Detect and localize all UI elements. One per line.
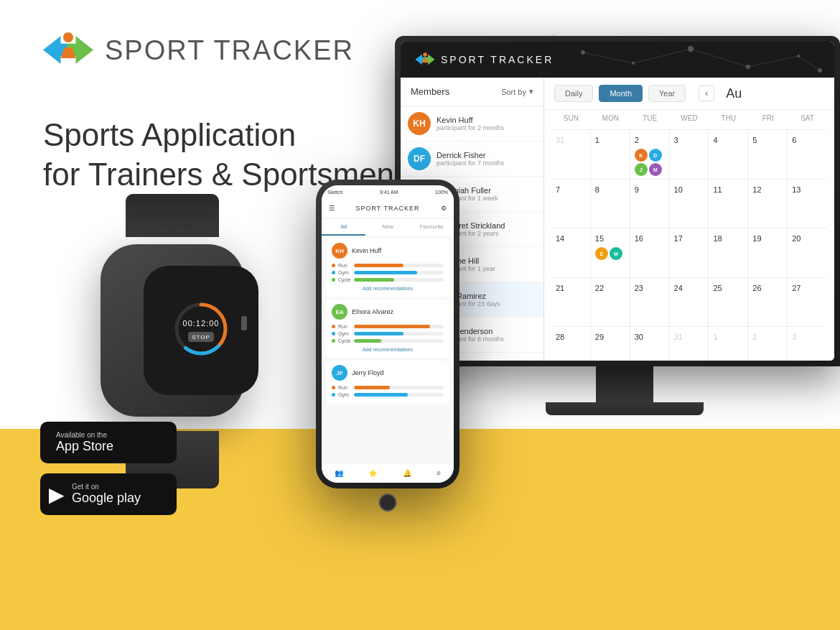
cal-avatar: D bbox=[649, 149, 662, 162]
phone-user-header-elnora: EA Elnora Alvarez bbox=[332, 304, 444, 320]
cal-cell-5[interactable]: 5 bbox=[748, 130, 788, 179]
cal-date: 31 bbox=[556, 136, 564, 144]
add-rec-elnora[interactable]: Add recommendations bbox=[332, 346, 444, 353]
cal-date: 7 bbox=[556, 185, 560, 194]
cal-date: 14 bbox=[556, 234, 564, 243]
cal-cell-7[interactable]: 7 bbox=[551, 180, 591, 228]
cal-date: 6 bbox=[792, 136, 796, 144]
app-store-main: App Store bbox=[56, 439, 113, 454]
cal-cell-23[interactable]: 23 bbox=[630, 278, 670, 326]
fill-run-elnora bbox=[354, 325, 430, 328]
phone-mockup: Sketch 9:41 AM 100% ☰ SPORT TRACKER ⚙ Al… bbox=[302, 180, 474, 524]
hamburger-icon[interactable]: ☰ bbox=[329, 205, 335, 212]
cal-cell-13[interactable]: 13 bbox=[788, 180, 827, 228]
cal-cell-8[interactable]: 8 bbox=[591, 180, 630, 228]
cal-cell-22[interactable]: 22 bbox=[591, 278, 630, 326]
dot-run bbox=[332, 264, 335, 267]
cal-cell-2b[interactable]: 2 bbox=[748, 327, 788, 361]
tab-month[interactable]: Month bbox=[599, 85, 643, 102]
phone-home-button[interactable] bbox=[379, 494, 397, 511]
cal-cell-19[interactable]: 19 bbox=[748, 228, 788, 277]
cal-cell-26[interactable]: 26 bbox=[748, 278, 788, 326]
cal-cell-28[interactable]: 28 bbox=[551, 327, 591, 361]
watch-band-top bbox=[126, 194, 219, 237]
cal-cell-31[interactable]: 31 bbox=[551, 130, 591, 179]
cal-date: 28 bbox=[556, 333, 564, 341]
cal-cell-12[interactable]: 12 bbox=[748, 180, 788, 228]
phone-body: Sketch 9:41 AM 100% ☰ SPORT TRACKER ⚙ Al… bbox=[316, 180, 459, 488]
cal-cell-16[interactable]: 16 bbox=[630, 228, 670, 277]
members-title: Members bbox=[411, 86, 449, 97]
phone-app-title: SPORT TRACKER bbox=[355, 205, 419, 212]
phone-tab-new[interactable]: New bbox=[365, 218, 409, 236]
phone-nav-star-icon[interactable]: ⭐ bbox=[368, 469, 377, 477]
cal-cell-21[interactable]: 21 bbox=[551, 278, 591, 326]
cal-cell-18[interactable]: 18 bbox=[709, 228, 748, 277]
cal-date: 5 bbox=[752, 136, 757, 144]
cal-date: 15 bbox=[595, 234, 604, 243]
cal-cell-3[interactable]: 3 bbox=[670, 130, 709, 179]
bar-run-elnora bbox=[354, 325, 444, 328]
cal-cell-14[interactable]: 14 bbox=[551, 228, 591, 277]
bar-gym-kevin bbox=[354, 271, 444, 274]
svg-point-29 bbox=[63, 32, 73, 42]
cal-cell-3b[interactable]: 3 bbox=[788, 327, 827, 361]
bar-run-jerry bbox=[354, 386, 444, 389]
cal-cell-29[interactable]: 29 bbox=[591, 327, 630, 361]
cal-cell-11[interactable]: 11 bbox=[709, 180, 748, 228]
logo-area: SPORT TRACKER bbox=[43, 29, 416, 72]
cal-cell-9[interactable]: 9 bbox=[630, 180, 670, 228]
cal-cell-27[interactable]: 27 bbox=[788, 278, 827, 326]
day-thu: THU bbox=[709, 110, 748, 126]
cal-cell-20[interactable]: 20 bbox=[788, 228, 827, 277]
cal-prev-button[interactable]: ‹ bbox=[699, 85, 714, 101]
cal-cell-6[interactable]: 6 bbox=[788, 130, 827, 179]
activity-run-elnora: Run bbox=[332, 324, 444, 329]
phone-nav-bell-icon[interactable]: 🔔 bbox=[403, 469, 411, 477]
label-run3: Run bbox=[338, 385, 351, 390]
cal-cell-30[interactable]: 30 bbox=[630, 327, 670, 361]
cal-cell-24[interactable]: 24 bbox=[670, 278, 709, 326]
phone-nav-people-icon[interactable]: 👥 bbox=[335, 469, 343, 477]
calendar-grid: SUN MON TUE WED THU FRI SAT bbox=[544, 110, 834, 361]
bar-run-kevin bbox=[354, 264, 444, 267]
cal-date: 3 bbox=[792, 333, 796, 341]
cal-cell-17[interactable]: 17 bbox=[670, 228, 709, 277]
cal-cell-4[interactable]: 4 bbox=[709, 130, 748, 179]
tab-year[interactable]: Year bbox=[648, 85, 686, 102]
gear-icon[interactable]: ⚙ bbox=[441, 205, 447, 212]
app-store-badge[interactable]: Available on the App Store bbox=[40, 422, 177, 463]
phone-avatar-kevin: KH bbox=[332, 243, 347, 259]
activity-gym-kevin: Gym bbox=[332, 270, 444, 275]
member-item[interactable]: DF Derrick Fisher participant for 7 mont… bbox=[401, 142, 543, 177]
cal-date: 3 bbox=[674, 136, 678, 144]
member-item[interactable]: KH Kevin Huff participant for 2 months bbox=[401, 106, 543, 142]
activity-gym-elnora: Gym bbox=[332, 331, 444, 336]
cal-cell-2[interactable]: 2 K D J M bbox=[630, 130, 670, 179]
avatar-kevin: KH bbox=[408, 112, 431, 135]
cal-cell-31b[interactable]: 31 bbox=[670, 327, 709, 361]
fill-gym-kevin bbox=[354, 271, 417, 274]
phone-nav-menu-icon[interactable]: ≡ bbox=[437, 469, 441, 477]
phone-status-bar: Sketch 9:41 AM 100% bbox=[322, 185, 454, 198]
cal-date: 9 bbox=[635, 185, 639, 194]
cal-cell-1[interactable]: 1 bbox=[591, 130, 630, 179]
cal-cell-1b[interactable]: 1 bbox=[709, 327, 748, 361]
google-play-text: Get it on Google play bbox=[72, 483, 141, 506]
phone-tabs: All New Favourite bbox=[322, 218, 454, 236]
tab-daily[interactable]: Daily bbox=[554, 85, 593, 102]
fill-cycle-kevin bbox=[354, 278, 394, 282]
cal-date: 17 bbox=[674, 234, 683, 243]
sort-by-control[interactable]: Sort by ▾ bbox=[501, 87, 533, 96]
cal-cell-10[interactable]: 10 bbox=[670, 180, 709, 228]
cal-cell-15[interactable]: 15 E M bbox=[591, 228, 630, 277]
phone-tab-favourite[interactable]: Favourite bbox=[410, 218, 454, 236]
phone-user-jerry: JF Jerry Floyd Run Gym bbox=[326, 361, 449, 404]
member-name-derrick: Derrick Fisher bbox=[437, 151, 536, 159]
add-rec-kevin[interactable]: Add recommendations bbox=[332, 284, 444, 292]
phone-tab-all[interactable]: All bbox=[322, 218, 365, 236]
cal-cell-25[interactable]: 25 bbox=[709, 278, 748, 326]
google-play-badge[interactable]: ▶ Get it on Google play bbox=[40, 473, 177, 515]
cal-date: 12 bbox=[752, 185, 761, 194]
google-play-sub: Get it on bbox=[72, 483, 141, 491]
